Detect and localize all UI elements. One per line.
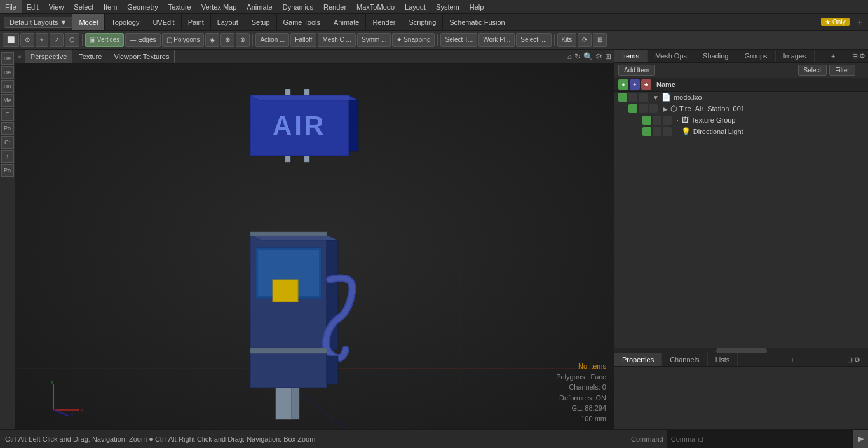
symm-button[interactable]: Symm ...: [357, 33, 391, 47]
vis-icon[interactable]: [618, 93, 627, 102]
panel-tab-shading[interactable]: Shading: [695, 50, 736, 62]
item-row-texture-group[interactable]: · 🖼 Texture Group: [614, 114, 868, 126]
mode6-button[interactable]: ⊗: [236, 33, 250, 47]
command-execute-button[interactable]: ▶: [853, 430, 868, 448]
rotate-view-button[interactable]: ⟳: [578, 33, 592, 47]
item-row-modo-lxo[interactable]: ▼ 📄 modo.lxo: [614, 92, 868, 103]
ref-icon[interactable]: [628, 93, 637, 102]
viewport-tab-perspective[interactable]: Perspective: [25, 50, 72, 63]
menu-file[interactable]: File: [0, 0, 22, 13]
sidebar-tool-9[interactable]: Po: [1, 164, 14, 177]
viewport-ctrl-settings[interactable]: ⚙: [595, 52, 602, 61]
menu-select[interactable]: Select: [69, 0, 98, 13]
mode-button[interactable]: ⬡: [65, 33, 79, 47]
props-expand-icon[interactable]: ⊞: [847, 356, 853, 364]
tab-lists[interactable]: Lists: [708, 353, 738, 366]
layout-tab-render[interactable]: Render: [366, 14, 402, 30]
viewport-ctrl-expand[interactable]: ⊞: [605, 52, 611, 61]
layout-tab-animate[interactable]: Animate: [327, 14, 366, 30]
kits-button[interactable]: Kits: [557, 33, 577, 47]
sidebar-tool-2[interactable]: De: [1, 66, 14, 79]
menu-help[interactable]: Help: [465, 0, 489, 13]
menu-view[interactable]: View: [44, 0, 69, 13]
tab-channels[interactable]: Channels: [662, 353, 707, 366]
items-minus-icon[interactable]: −: [860, 67, 864, 74]
props-gear-icon[interactable]: ⚙: [854, 356, 860, 364]
layout-tab-schematic[interactable]: Schematic Fusion: [443, 14, 512, 30]
props-minus-icon[interactable]: −: [862, 356, 865, 363]
mode5-button[interactable]: ⊕: [220, 33, 234, 47]
ref-icon-2[interactable]: [639, 104, 648, 113]
layout-tab-paint[interactable]: Paint: [182, 14, 211, 30]
panel-tab-groups[interactable]: Groups: [736, 50, 775, 62]
sidebar-tool-6[interactable]: Po: [1, 122, 14, 135]
tab-properties[interactable]: Properties: [614, 353, 662, 366]
expand-arrow-modo[interactable]: ▼: [653, 94, 659, 101]
viewport-ctrl-zoom[interactable]: 🔍: [583, 52, 593, 61]
lock-icon-3[interactable]: [663, 116, 672, 125]
expand-arrow-tire[interactable]: ▶: [663, 105, 668, 112]
layout-tab-uvedit[interactable]: UVEdit: [146, 14, 181, 30]
selection-button[interactable]: Selecti ...: [516, 33, 551, 47]
viewport-canvas[interactable]: AIR No Items Polygons : Face Channels: 0…: [15, 64, 614, 429]
sidebar-tool-1[interactable]: De: [1, 52, 14, 65]
falloff-button[interactable]: Falloff: [290, 33, 316, 47]
layout-tab-layout[interactable]: Layout: [211, 14, 245, 30]
menu-item[interactable]: Item: [98, 0, 122, 13]
grid-button[interactable]: ⊞: [593, 33, 607, 47]
arrow-button[interactable]: ↗: [50, 33, 64, 47]
select-mode-button[interactable]: ⬜: [3, 33, 19, 47]
items-scrollbar[interactable]: [614, 348, 868, 353]
items-list[interactable]: ▼ 📄 modo.lxo ▶ ⬡ Tire_Air_Station_001: [614, 92, 868, 348]
item-row-tire-air[interactable]: ▶ ⬡ Tire_Air_Station_001: [614, 103, 868, 114]
menu-vertex-map[interactable]: Vertex Map: [196, 0, 242, 13]
mode4-button[interactable]: ◈: [205, 33, 219, 47]
menu-geometry[interactable]: Geometry: [122, 0, 163, 13]
polygons-button[interactable]: ▢ Polygons: [162, 33, 205, 47]
viewport-tab-texture[interactable]: Texture: [74, 50, 107, 63]
lock-icon[interactable]: [639, 93, 648, 102]
snapping-circle-button[interactable]: ⌖: [36, 33, 48, 47]
items-select-button[interactable]: Select: [798, 65, 827, 76]
origin-button[interactable]: ⊙: [20, 33, 34, 47]
vertices-button[interactable]: ▣ Vertices: [85, 33, 124, 47]
panel-tab-add[interactable]: +: [826, 50, 840, 62]
menu-render[interactable]: Render: [318, 0, 351, 13]
vis-icon-2[interactable]: [628, 104, 637, 113]
menu-animate[interactable]: Animate: [241, 0, 277, 13]
panel-tab-images[interactable]: Images: [776, 50, 815, 62]
items-filter-button[interactable]: Filter: [829, 65, 855, 76]
layout-tab-setup[interactable]: Setup: [245, 14, 277, 30]
viewport-menu-icon[interactable]: ≡: [18, 53, 22, 60]
viewport-tab-viewport-textures[interactable]: Viewport Textures: [109, 50, 175, 63]
menu-layout[interactable]: Layout: [400, 0, 431, 13]
menu-system[interactable]: System: [431, 0, 465, 13]
lock-icon-4[interactable]: [663, 127, 672, 136]
sidebar-tool-7[interactable]: C:: [1, 136, 14, 149]
menu-dynamics[interactable]: Dynamics: [278, 0, 318, 13]
layout-tab-topology[interactable]: Topology: [105, 14, 146, 30]
ref-icon-3[interactable]: [653, 116, 661, 125]
add-layout-tab-button[interactable]: +: [852, 17, 868, 28]
sidebar-tool-8[interactable]: ↑: [1, 150, 14, 163]
lock-icon-2[interactable]: [649, 104, 658, 113]
menu-maxtomodo[interactable]: MaxToModo: [351, 0, 400, 13]
command-input[interactable]: [667, 430, 853, 448]
work-plane-button[interactable]: Work Pl...: [478, 33, 515, 47]
snapping-button[interactable]: ✦ Snapping: [392, 33, 435, 47]
viewport-ctrl-rotate[interactable]: ↻: [574, 52, 581, 61]
ref-icon-4[interactable]: [653, 127, 661, 136]
sidebar-tool-5[interactable]: E: [1, 108, 14, 121]
panel-tab-mesh-ops[interactable]: Mesh Ops: [648, 50, 695, 62]
props-tab-add[interactable]: +: [785, 353, 799, 366]
menu-texture[interactable]: Texture: [163, 0, 196, 13]
layout-tab-model[interactable]: Model: [72, 14, 105, 30]
sidebar-tool-4[interactable]: Me: [1, 94, 14, 107]
viewport-ctrl-home[interactable]: ⌂: [567, 52, 572, 61]
select-tool-button[interactable]: Select T...: [440, 33, 477, 47]
layout-dropdown[interactable]: Default Layouts ▼: [4, 17, 72, 28]
layout-tab-gametools[interactable]: Game Tools: [277, 14, 328, 30]
vis-icon-4[interactable]: [642, 127, 651, 136]
edges-button[interactable]: — Edges: [125, 33, 160, 47]
mesh-button[interactable]: Mesh C ...: [318, 33, 356, 47]
